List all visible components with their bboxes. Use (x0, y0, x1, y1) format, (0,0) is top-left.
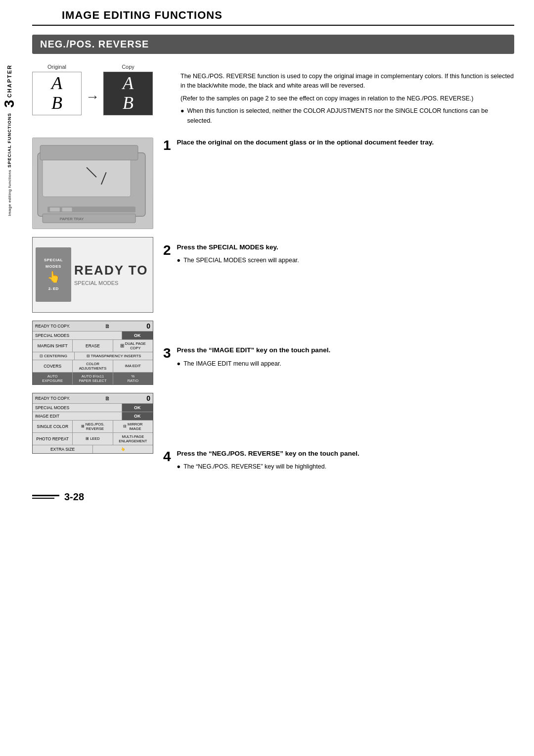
section-header: NEG./POS. REVERSE (32, 35, 514, 54)
ui-top-row: READY TO COPY. 🗎 0 (33, 321, 153, 331)
ready-to-text: READY TO (74, 263, 148, 278)
panel2-special-modes-cell: SPECIAL MODES (33, 404, 122, 412)
step-4-bullet: ● The “NEG./POS. REVERSE” key will be hi… (177, 462, 359, 472)
panel2-leed-cell: ⊞LEED (73, 433, 113, 445)
footer-line-2 (32, 498, 54, 499)
negpos-images: Original AB → Copy AB (32, 64, 171, 115)
svg-rect-8 (62, 207, 72, 211)
chapter-label: CHAPTER (6, 64, 12, 97)
paper-select-cell: AUTO 8½x11PAPER SELECT (73, 373, 113, 384)
copy-block: Copy AB (103, 64, 153, 115)
ratio-cell: %RATIO (113, 373, 153, 384)
panel2-photo-repeat-cell: PHOTO REPEAT (33, 433, 73, 445)
steps-right-col: 1 Place the original on the document gla… (163, 138, 514, 472)
step-3-bullet: ● The IMAGE EDIT menu will appear. (177, 359, 331, 369)
panel2-finger-cell: 👆 (93, 445, 153, 453)
zero-indicator: 0 (146, 322, 150, 330)
special-modes-panel: SPECIAL MODES 👆 2- ED READY TO SPECIAL M… (32, 237, 153, 313)
step-3-content: Press the “IMAGE EDIT” key on the touch … (177, 345, 331, 368)
negpos-desc-p2: (Refer to the samples on page 2 to see t… (180, 94, 514, 103)
centering-cell: ⊡ CENTERING (33, 352, 75, 360)
panel2-extra-size-cell: EXTRA SIZE (33, 445, 93, 453)
step-2-instruction: Press the SPECIAL MODES key. (177, 242, 299, 252)
copy-letters: AB (123, 74, 134, 113)
footer-lines (32, 495, 59, 499)
step-4-number: 4 (163, 449, 171, 464)
step-1-content: Place the original on the document glass… (177, 138, 434, 147)
page-footer: 3-28 (32, 491, 514, 503)
panel2-ok1-cell: OK (122, 404, 153, 412)
centering-row: ⊡ CENTERING ⊟ TRANSPARENCY INSERTS (33, 352, 153, 360)
step-4-bullet-dot: ● (177, 462, 181, 472)
special-modes-cell: SPECIAL MODES (33, 331, 122, 339)
special-modes-bottom-text: 2- ED (48, 286, 58, 291)
chapter-special-label: SPECIAL FUNCTIONS (7, 113, 12, 168)
chapter-number: 3 (1, 100, 17, 108)
covers-row: COVERS COLORADJUSTMENTS IMA EDIT (33, 360, 153, 373)
panel2-multi-page-cell: MULTI-PAGEENLARGEMENT (113, 433, 153, 445)
panel2-extra-size-row: EXTRA SIZE 👆 (33, 445, 153, 453)
footer-line-1 (32, 495, 59, 496)
copy-image-box: AB (103, 72, 153, 115)
step-4-sub: ● The “NEG./POS. REVERSE” key will be hi… (177, 462, 359, 472)
step-4-instruction: Press the “NEG./POS. REVERSE” key on the… (177, 449, 359, 459)
main-content: IMAGE EDITING FUNCTIONS NEG./POS. REVERS… (22, 0, 534, 522)
ui-panel-step4: READY TO COPY. 🗎 0 SPECIAL MODES OK IMAG… (32, 393, 153, 454)
ready-to-copy-label: READY TO COPY. (35, 324, 70, 329)
margin-shift-cell: MARGIN SHIFT (33, 340, 73, 352)
step-1-instruction: Place the original on the document glass… (177, 138, 434, 147)
page-number: 3-28 (64, 491, 84, 503)
chapter-special-sub: Image editing functions (7, 170, 12, 216)
original-block: Original AB (32, 64, 82, 115)
negpos-desc-bullet: ● When this function is selected, neithe… (180, 106, 514, 126)
negpos-desc-p1: The NEG./POS. REVERSE function is used t… (180, 72, 514, 91)
panel2-single-color-row: SINGLE COLOR ⊞NEG./POS.REVERSE ⊟MIRRORIM… (33, 421, 153, 433)
special-modes-key-label2: MODES (45, 264, 61, 269)
panel2-ready-label: READY TO COPY. (35, 396, 70, 401)
step-3-instruction: Press the “IMAGE EDIT” key on the touch … (177, 345, 331, 355)
chapter-sidebar: CHAPTER 3 SPECIAL FUNCTIONS Image editin… (0, 59, 19, 505)
finger-icon: 👆 (47, 271, 60, 284)
negpos-description: The NEG./POS. REVERSE function is used t… (180, 64, 514, 126)
special-modes-key-label1: SPECIAL (44, 258, 63, 262)
original-label: Original (47, 64, 66, 70)
panel2-zero: 0 (146, 394, 150, 402)
ui-panel-step3: READY TO COPY. 🗎 0 SPECIAL MODES OK MARG… (32, 321, 153, 385)
special-modes-panel-content: SPECIAL MODES 👆 2- ED READY TO SPECIAL M… (36, 240, 150, 309)
svg-text:PAPER TRAY: PAPER TRAY (60, 217, 84, 221)
color-adjustments-cell: COLORADJUSTMENTS (73, 360, 113, 372)
svg-rect-3 (40, 145, 138, 160)
step-rows-combined: PAPER TRAY SPECIAL MODES 👆 2- ED READY (32, 138, 514, 472)
negpos-arrow: → (86, 89, 99, 105)
panel2-mirror-cell: ⊟MIRRORIMAGE (113, 421, 153, 432)
copy-icon: 🗎 (105, 323, 110, 329)
machine-svg: PAPER TRAY (33, 138, 153, 229)
special-modes-subtext: SPECIAL MODES (74, 280, 148, 286)
step-4-block: 4 Press the “NEG./POS. REVERSE” key on t… (163, 449, 514, 472)
transparency-icon: ⊟ (87, 354, 90, 358)
exposure-cell: AUTOEXPOSURE (33, 373, 73, 384)
image-edit-cell: IMA EDIT (113, 360, 153, 372)
step-3-bullet-text: The IMAGE EDIT menu will appear. (183, 359, 281, 369)
panel2-copy-icon: 🗎 (105, 395, 110, 401)
panel2-special-modes-row: SPECIAL MODES OK (33, 404, 153, 412)
original-image-box: AB (32, 72, 82, 115)
svg-rect-9 (43, 214, 135, 223)
page-title: IMAGE EDITING FUNCTIONS (62, 9, 485, 25)
step-4-content: Press the “NEG./POS. REVERSE” key on the… (177, 449, 359, 472)
panel2-single-color-cell: SINGLE COLOR (33, 421, 73, 432)
step-2-number: 2 (163, 242, 171, 257)
step-2-bullet-text: The SPECIAL MODES screen will appear. (183, 256, 299, 265)
svg-rect-7 (50, 207, 60, 211)
dual-page-icon: ⊞ (120, 343, 124, 348)
step-3-sub: ● The IMAGE EDIT menu will appear. (177, 359, 331, 369)
panel2-photo-repeat-row: PHOTO REPEAT ⊞LEED MULTI-PAGEENLARGEMENT (33, 433, 153, 445)
special-modes-row: SPECIAL MODES OK (33, 331, 153, 340)
step-2-content: Press the SPECIAL MODES key. ● The SPECI… (177, 242, 299, 265)
edit-tools-row: MARGIN SHIFT ERASE ⊞ DUAL PAGECOPY (33, 340, 153, 352)
bullet-dot: ● (180, 106, 184, 126)
step-3-bullet-dot: ● (177, 359, 181, 369)
negpos-desc-bullet-text: When this function is selected, neither … (187, 106, 514, 126)
step-1-block: 1 Place the original on the document gla… (163, 138, 514, 152)
step-4-bullet-text: The “NEG./POS. REVERSE” key will be high… (183, 462, 326, 472)
